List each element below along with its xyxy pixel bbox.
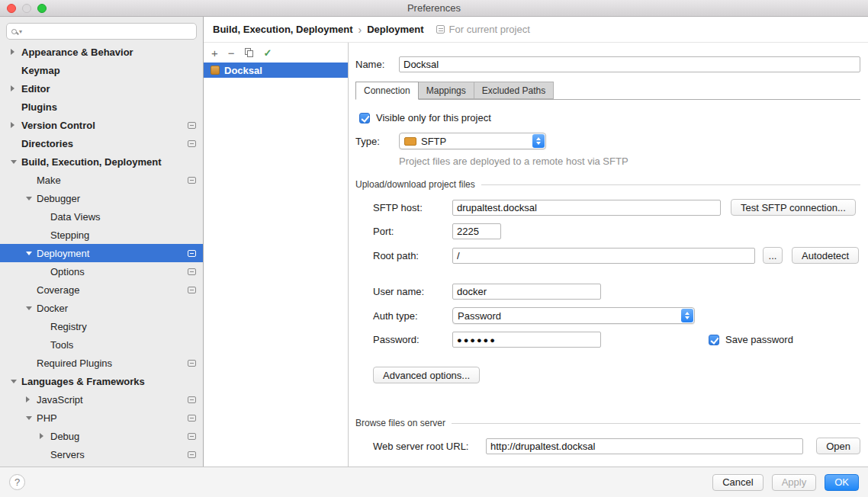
- project-scope-icon: [188, 396, 196, 403]
- type-label: Type:: [355, 136, 399, 147]
- section-title: Browse files on server: [355, 418, 445, 428]
- remove-server-button[interactable]: −: [228, 47, 235, 59]
- breadcrumb-item-parent[interactable]: Build, Execution, Deployment: [213, 24, 352, 35]
- sidebar-item-docker[interactable]: Docker: [0, 299, 203, 317]
- breadcrumb-item-current: Deployment: [367, 24, 423, 35]
- test-sftp-connection-button[interactable]: Test SFTP connection...: [731, 199, 856, 216]
- save-password-checkbox[interactable]: [709, 335, 719, 345]
- sidebar-item-servers[interactable]: Servers: [0, 445, 203, 463]
- sidebar-item-languages-frameworks[interactable]: Languages & Frameworks: [0, 372, 203, 390]
- autodetect-button[interactable]: Autodetect: [792, 247, 859, 264]
- project-scope-icon: [188, 433, 196, 440]
- web-root-row: Web server root URL: Open: [373, 438, 860, 454]
- chevron-down-icon: [11, 160, 21, 164]
- help-button[interactable]: ?: [9, 474, 25, 490]
- sidebar-item-debugger[interactable]: Debugger: [0, 189, 203, 207]
- search-scope-chevron-icon: ▾: [19, 28, 22, 35]
- open-button[interactable]: Open: [816, 438, 860, 454]
- server-toolbar: + − ✓: [204, 43, 348, 63]
- root-path-row: Root path: ... Autodetect: [373, 247, 860, 264]
- chevron-down-icon: [26, 197, 37, 200]
- footer-buttons: Cancel Apply OK: [712, 474, 859, 491]
- project-scope-icon: [188, 177, 196, 184]
- sidebar-item-directories[interactable]: Directories: [0, 134, 203, 152]
- settings-sidebar: ▾ Appearance & Behavior Keymap Editor Pl…: [0, 17, 204, 467]
- sidebar-item-stepping[interactable]: Stepping: [0, 226, 203, 244]
- project-scope-icon: [188, 268, 196, 275]
- breadcrumb-separator: ›: [358, 24, 362, 36]
- chevron-down-icon: [26, 416, 37, 420]
- server-list-panel: + − ✓ Docksal: [204, 43, 349, 467]
- dropdown-stepper-icon: [681, 309, 693, 322]
- sidebar-item-version-control[interactable]: Version Control: [0, 116, 203, 134]
- auth-type-select[interactable]: Password: [452, 307, 695, 324]
- dropdown-stepper-icon: [532, 134, 545, 148]
- project-scope-icon: [188, 415, 196, 422]
- visible-only-checkbox[interactable]: [359, 113, 370, 123]
- visible-only-label: Visible only for this project: [376, 112, 491, 123]
- browse-root-path-button[interactable]: ...: [763, 247, 783, 264]
- search-input[interactable]: [24, 26, 191, 37]
- sidebar-item-debug[interactable]: Debug: [0, 427, 203, 445]
- project-scope-icon: [188, 140, 196, 147]
- search-icon: [11, 29, 17, 34]
- root-path-input[interactable]: [452, 248, 755, 264]
- tab-connection[interactable]: Connection: [355, 82, 419, 100]
- port-input[interactable]: [452, 223, 501, 239]
- section-title: Upload/download project files: [355, 179, 475, 190]
- sidebar-item-deployment[interactable]: Deployment: [0, 244, 203, 262]
- name-row: Name:: [355, 56, 860, 72]
- web-root-input[interactable]: [486, 438, 803, 454]
- apply-button[interactable]: Apply: [772, 474, 817, 491]
- sftp-host-input[interactable]: [452, 200, 721, 216]
- sidebar-item-required-plugins[interactable]: Required Plugins: [0, 354, 203, 372]
- tab-mappings[interactable]: Mappings: [418, 82, 474, 99]
- window-body: ▾ Appearance & Behavior Keymap Editor Pl…: [0, 17, 868, 467]
- ok-button[interactable]: OK: [825, 474, 859, 491]
- copy-server-button[interactable]: [245, 48, 254, 58]
- sidebar-item-registry[interactable]: Registry: [0, 317, 203, 335]
- web-root-label: Web server root URL:: [373, 441, 486, 452]
- sidebar-item-keymap[interactable]: Keymap: [0, 61, 203, 79]
- sidebar-item-appearance-behavior[interactable]: Appearance & Behavior: [0, 43, 203, 61]
- name-input[interactable]: [399, 56, 860, 72]
- sidebar-item-options[interactable]: Options: [0, 262, 203, 281]
- root-path-label: Root path:: [373, 250, 452, 261]
- cancel-button[interactable]: Cancel: [712, 474, 763, 491]
- close-button[interactable]: [7, 4, 16, 13]
- zoom-button[interactable]: [37, 4, 47, 13]
- type-select[interactable]: SFTP: [399, 133, 546, 149]
- type-row: Type: SFTP: [355, 133, 860, 149]
- chevron-right-icon: [11, 85, 21, 91]
- sidebar-item-make[interactable]: Make: [0, 171, 203, 189]
- sidebar-item-coverage[interactable]: Coverage: [0, 281, 203, 299]
- sftp-host-label: SFTP host:: [373, 202, 452, 213]
- chevron-right-icon: [40, 433, 50, 439]
- sidebar-item-data-views[interactable]: Data Views: [0, 207, 203, 226]
- advanced-options-button[interactable]: Advanced options...: [373, 367, 480, 383]
- sidebar-item-tools[interactable]: Tools: [0, 335, 203, 354]
- save-password-label: Save password: [725, 334, 793, 345]
- main-panel: Build, Execution, Deployment › Deploymen…: [204, 17, 868, 467]
- dialog-footer: ? Cancel Apply OK: [0, 467, 868, 497]
- sidebar-item-javascript[interactable]: JavaScript: [0, 390, 203, 409]
- sidebar-item-build-execution-deployment[interactable]: Build, Execution, Deployment: [0, 152, 203, 171]
- search-field[interactable]: ▾: [6, 23, 197, 40]
- sidebar-item-php[interactable]: PHP: [0, 409, 203, 427]
- preferences-window: Preferences ▾ Appearance & Behavior Keym…: [0, 0, 868, 497]
- auth-type-label: Auth type:: [373, 310, 452, 322]
- sidebar-item-editor[interactable]: Editor: [0, 79, 203, 98]
- deployment-form: Name: Connection Mappings Excluded Paths…: [349, 43, 868, 467]
- type-value: SFTP: [421, 136, 446, 147]
- user-name-input[interactable]: [452, 284, 601, 300]
- add-server-button[interactable]: +: [211, 47, 218, 59]
- server-list-item[interactable]: Docksal: [204, 63, 348, 78]
- minimize-button: [22, 4, 31, 13]
- use-as-default-button[interactable]: ✓: [264, 48, 272, 58]
- sidebar-item-plugins[interactable]: Plugins: [0, 98, 203, 116]
- current-project-label: For current project: [449, 24, 530, 35]
- window-controls: [7, 4, 47, 13]
- password-input[interactable]: [452, 332, 601, 348]
- tab-excluded-paths[interactable]: Excluded Paths: [474, 82, 554, 99]
- password-row: Password: Save password: [373, 332, 860, 348]
